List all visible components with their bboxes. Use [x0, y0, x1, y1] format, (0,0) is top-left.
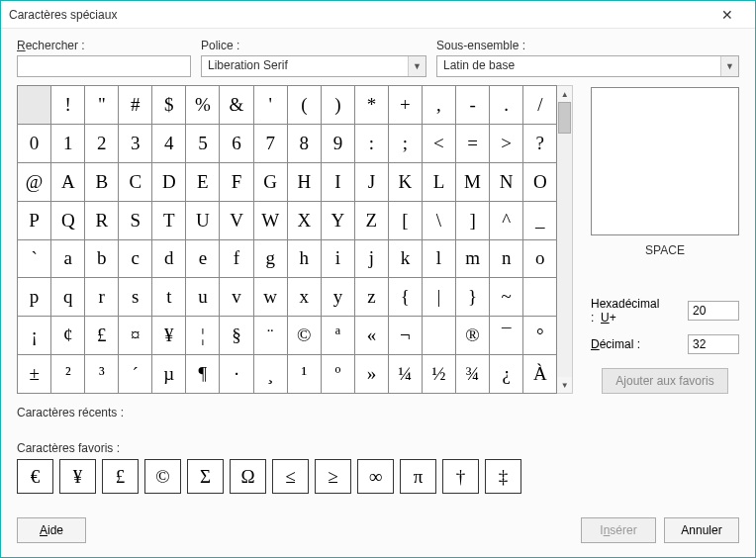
char-cell[interactable]	[523, 278, 557, 317]
char-cell[interactable]: >	[490, 124, 523, 162]
char-cell[interactable]: #	[119, 86, 152, 125]
favorite-cell[interactable]: ¥	[59, 459, 96, 494]
char-cell[interactable]: B	[85, 162, 119, 201]
char-cell[interactable]: O	[523, 162, 557, 201]
char-cell[interactable]: ¿	[490, 355, 523, 394]
char-cell[interactable]: X	[287, 201, 321, 239]
char-cell[interactable]: A	[51, 162, 85, 201]
char-cell[interactable]: :	[354, 124, 388, 162]
char-cell[interactable]: §	[220, 317, 253, 355]
add-favorite-button[interactable]: Ajouter aux favoris	[602, 368, 728, 394]
char-cell[interactable]: 4	[152, 124, 186, 162]
scroll-track[interactable]	[557, 102, 572, 377]
char-cell[interactable]: 5	[186, 124, 220, 162]
favorite-cell[interactable]: ≤	[272, 459, 309, 494]
char-cell[interactable]: º	[321, 355, 354, 394]
char-cell[interactable]: ±	[18, 355, 51, 394]
char-cell[interactable]: £	[85, 317, 119, 355]
char-cell[interactable]: %	[186, 86, 220, 125]
char-cell[interactable]: G	[253, 162, 287, 201]
char-cell[interactable]: m	[455, 239, 489, 278]
char-cell[interactable]: K	[388, 162, 422, 201]
char-cell[interactable]: ®	[455, 317, 489, 355]
favorite-cell[interactable]: Σ	[187, 459, 224, 494]
scrollbar[interactable]: ▲ ▼	[557, 85, 573, 394]
char-cell[interactable]: `	[18, 239, 51, 278]
char-cell[interactable]: ?	[523, 124, 557, 162]
char-cell[interactable]: C	[119, 162, 152, 201]
char-cell[interactable]: *	[354, 86, 388, 125]
char-cell[interactable]: I	[321, 162, 354, 201]
char-cell[interactable]: |	[422, 278, 455, 317]
char-cell[interactable]: j	[354, 239, 388, 278]
hex-input[interactable]	[688, 301, 739, 321]
char-cell[interactable]: n	[490, 239, 523, 278]
char-cell[interactable]: ¸	[253, 355, 287, 394]
char-cell[interactable]: @	[18, 162, 51, 201]
char-cell[interactable]: F	[220, 162, 253, 201]
char-cell[interactable]: 8	[287, 124, 321, 162]
char-cell[interactable]: 0	[18, 124, 51, 162]
char-cell[interactable]: f	[220, 239, 253, 278]
char-cell[interactable]: 9	[321, 124, 354, 162]
char-cell[interactable]: 1	[51, 124, 85, 162]
char-cell[interactable]: w	[253, 278, 287, 317]
dec-input[interactable]	[688, 334, 739, 354]
char-cell[interactable]: g	[253, 239, 287, 278]
char-cell[interactable]: ]	[455, 201, 489, 239]
char-cell[interactable]: ¬	[388, 317, 422, 355]
char-cell[interactable]: u	[186, 278, 220, 317]
char-cell[interactable]: P	[18, 201, 51, 239]
favorite-cell[interactable]: ‡	[485, 459, 521, 494]
char-cell[interactable]: ¨	[253, 317, 287, 355]
char-cell[interactable]: E	[186, 162, 220, 201]
char-cell[interactable]: <	[422, 124, 455, 162]
char-cell[interactable]: ¼	[388, 355, 422, 394]
char-cell[interactable]: s	[119, 278, 152, 317]
char-cell[interactable]: t	[152, 278, 186, 317]
char-cell[interactable]: _	[523, 201, 557, 239]
char-cell[interactable]: &	[220, 86, 253, 125]
char-cell[interactable]: ¹	[287, 355, 321, 394]
char-cell[interactable]: »	[354, 355, 388, 394]
char-cell[interactable]: ;	[388, 124, 422, 162]
char-cell[interactable]: 3	[119, 124, 152, 162]
char-cell[interactable]: ¡	[18, 317, 51, 355]
char-cell[interactable]: b	[85, 239, 119, 278]
scroll-thumb[interactable]	[558, 102, 571, 134]
char-cell[interactable]: ¾	[455, 355, 489, 394]
char-cell[interactable]: S	[119, 201, 152, 239]
char-cell[interactable]: ^	[490, 201, 523, 239]
char-cell[interactable]: )	[321, 86, 354, 125]
search-input[interactable]	[17, 55, 191, 77]
favorite-cell[interactable]: ∞	[357, 459, 394, 494]
char-cell[interactable]: =	[455, 124, 489, 162]
char-cell[interactable]: Q	[51, 201, 85, 239]
char-cell[interactable]: J	[354, 162, 388, 201]
char-cell[interactable]: ¶	[186, 355, 220, 394]
char-cell[interactable]: ·	[220, 355, 253, 394]
char-cell[interactable]: W	[253, 201, 287, 239]
char-cell[interactable]: l	[422, 239, 455, 278]
char-cell[interactable]: y	[321, 278, 354, 317]
help-button[interactable]: Aide	[17, 517, 86, 543]
char-cell[interactable]: U	[186, 201, 220, 239]
char-cell[interactable]: !	[51, 86, 85, 125]
favorite-cell[interactable]: ©	[144, 459, 181, 494]
char-cell[interactable]: [	[388, 201, 422, 239]
char-cell[interactable]	[18, 86, 51, 125]
char-cell[interactable]: ¦	[186, 317, 220, 355]
char-cell[interactable]: ²	[51, 355, 85, 394]
char-cell[interactable]: r	[85, 278, 119, 317]
char-cell[interactable]: N	[490, 162, 523, 201]
char-cell[interactable]: 6	[220, 124, 253, 162]
char-cell[interactable]: ½	[422, 355, 455, 394]
char-cell[interactable]: /	[523, 86, 557, 125]
char-cell[interactable]: ­	[422, 317, 455, 355]
char-cell[interactable]: '	[253, 86, 287, 125]
cancel-button[interactable]: Annuler	[664, 517, 739, 543]
favorite-cell[interactable]: †	[442, 459, 479, 494]
char-cell[interactable]: H	[287, 162, 321, 201]
char-cell[interactable]: µ	[152, 355, 186, 394]
char-cell[interactable]: (	[287, 86, 321, 125]
